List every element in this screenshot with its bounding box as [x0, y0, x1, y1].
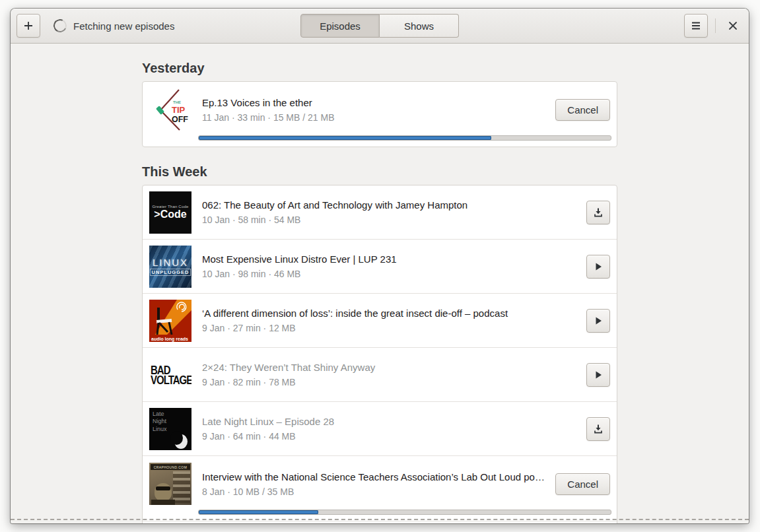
- section-heading-yesterday: Yesterday: [142, 61, 617, 76]
- episode-row-the-tip-off[interactable]: THE TIP OFFEp.13 Voices in the ether11 J…: [143, 82, 617, 147]
- download-button[interactable]: [586, 201, 610, 224]
- episode-meta: 10 Jan · 58 min · 54 MB: [202, 215, 578, 225]
- podcasts-window: Fetching new episodes EpisodesShows Yest…: [11, 9, 749, 523]
- add-podcast-button[interactable]: [17, 14, 40, 38]
- header-right-controls: [684, 14, 743, 38]
- tab-episodes[interactable]: Episodes: [300, 14, 380, 38]
- episode-meta: 9 Jan · 64 min · 44 MB: [202, 431, 578, 442]
- episode-title: 062: The Beauty of Art and Technology wi…: [202, 199, 578, 211]
- episode-meta: 9 Jan · 27 min · 12 MB: [202, 323, 578, 333]
- artwork-late-night-linux: LateNightLinux: [149, 408, 191, 450]
- section-heading-this-week: This Week: [142, 164, 617, 180]
- download-icon: [593, 424, 604, 434]
- download-button[interactable]: [586, 417, 610, 441]
- download-progress-fill: [199, 136, 491, 140]
- status-text: Fetching new episodes: [73, 20, 174, 32]
- artwork-craphound: CRAPHOUND.COM: [149, 463, 191, 505]
- play-icon: [594, 262, 603, 271]
- desktop: Fetching new episodes EpisodesShows Yest…: [0, 0, 760, 532]
- svg-text:TIP: TIP: [172, 105, 186, 115]
- episode-title: 2×24: They Weren’t That Shiny Anyway: [202, 362, 578, 373]
- episode-title: Most Expensive Linux Distro Ever | LUP 2…: [202, 253, 578, 265]
- content-area: Yesterday THE TIP OFFEp.13 Voices in the…: [11, 44, 749, 523]
- play-icon: [594, 370, 603, 380]
- episode-list: Yesterday THE TIP OFFEp.13 Voices in the…: [142, 61, 617, 523]
- episode-meta: 11 Jan · 33 min · 15 MB / 21 MB: [202, 112, 547, 123]
- svg-text:THE: THE: [173, 100, 181, 104]
- artwork-bad-voltage: BAD VOLTAGE: [149, 354, 191, 396]
- play-button[interactable]: [586, 363, 610, 387]
- download-icon: [593, 207, 604, 218]
- episode-title: Interview with the National Science Teac…: [202, 471, 547, 482]
- download-progress-bar: [198, 135, 611, 141]
- episode-row-greater-than-code[interactable]: Greater Than Code >Code062: The Beauty o…: [143, 185, 617, 239]
- menu-button[interactable]: [684, 14, 708, 38]
- download-progress-fill: [199, 510, 318, 514]
- svg-text:OFF: OFF: [172, 115, 188, 124]
- play-button[interactable]: [586, 255, 610, 279]
- play-button[interactable]: [586, 309, 610, 333]
- close-icon: [728, 21, 738, 30]
- episode-meta: 8 Jan · 10 MB / 35 MB: [202, 486, 547, 497]
- hamburger-icon: [691, 20, 701, 31]
- episode-meta: 10 Jan · 98 min · 46 MB: [202, 269, 578, 279]
- play-icon: [594, 316, 603, 325]
- header-separator: [715, 18, 716, 33]
- episode-meta: 9 Jan · 82 min · 78 MB: [202, 377, 578, 387]
- artwork-linux-unplugged: LINUX UNPLUGGED: [149, 246, 191, 288]
- close-button[interactable]: [723, 16, 743, 36]
- episode-card: Greater Than Code >Code062: The Beauty o…: [142, 185, 617, 523]
- artwork-greater-than-code: Greater Than Code >Code: [149, 191, 191, 234]
- artwork-audio-long-reads: audio long reads: [149, 300, 191, 342]
- episode-card: THE TIP OFFEp.13 Voices in the ether11 J…: [142, 81, 617, 147]
- episode-title: Late Night Linux – Episode 28: [202, 416, 578, 427]
- header-bar: Fetching new episodes EpisodesShows: [11, 9, 749, 44]
- view-switcher: EpisodesShows: [300, 14, 459, 38]
- episode-row-bad-voltage[interactable]: BAD VOLTAGE2×24: They Weren’t That Shiny…: [143, 347, 617, 401]
- cancel-button[interactable]: Cancel: [555, 473, 610, 495]
- plus-icon: [23, 20, 34, 31]
- episode-row-craphound[interactable]: CRAPHOUND.COMInterview with the National…: [143, 455, 617, 521]
- episode-row-audio-long-reads[interactable]: audio long reads‘A different dimension o…: [143, 293, 617, 347]
- svg-text:audio long reads: audio long reads: [151, 336, 188, 341]
- tab-shows[interactable]: Shows: [380, 14, 459, 38]
- episode-title: Ep.13 Voices in the ether: [202, 97, 547, 108]
- episode-row-linux-unplugged[interactable]: LINUX UNPLUGGEDMost Expensive Linux Dist…: [143, 239, 617, 293]
- episode-title: ‘A different dimension of loss’: inside …: [202, 308, 578, 319]
- cancel-button[interactable]: Cancel: [555, 99, 610, 121]
- download-progress-bar: [198, 510, 611, 515]
- artwork-the-tip-off: THE TIP OFF: [149, 88, 191, 131]
- episode-row-irl[interactable]: » IRL Bot or Not: [143, 521, 617, 523]
- spinner-icon: [52, 17, 69, 34]
- episode-row-late-night-linux[interactable]: LateNightLinux Late Night Linux – Episod…: [143, 401, 617, 455]
